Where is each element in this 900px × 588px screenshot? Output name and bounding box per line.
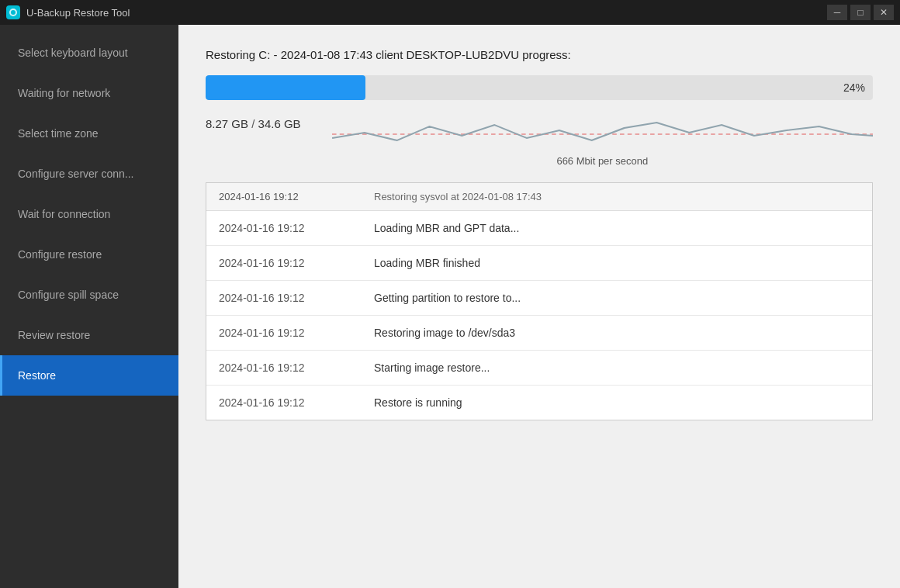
app-icon [6,5,20,19]
main-layout: Select keyboard layout Waiting for netwo… [0,25,900,588]
restore-title: Restoring C: - 2024-01-08 17:43 client D… [206,48,873,61]
sidebar-item-select-timezone[interactable]: Select time zone [0,113,178,154]
svg-point-1 [11,10,16,15]
log-timestamp: 2024-01-16 19:12 [206,351,362,386]
sidebar: Select keyboard layout Waiting for netwo… [0,25,178,588]
speed-label: 666 Mbit per second [556,155,648,167]
size-used: 8.27 GB [206,117,248,130]
log-header-timestamp: 2024-01-16 19:12 [206,183,362,211]
log-message: Loading MBR finished [362,246,872,281]
log-row: 2024-01-16 19:12Getting partition to res… [206,281,872,316]
log-container: 2024-01-16 19:12 Restoring sysvol at 202… [206,182,873,420]
close-button[interactable]: ✕ [874,5,894,20]
log-scroll[interactable]: 2024-01-16 19:12 Restoring sysvol at 202… [206,183,872,420]
log-row: 2024-01-16 19:12Loading MBR finished [206,246,872,281]
log-message: Restoring image to /dev/sda3 [362,316,872,351]
log-message: Loading MBR and GPT data... [362,211,872,246]
content-area: Restoring C: - 2024-01-08 17:43 client D… [178,25,900,588]
sidebar-item-configure-spill[interactable]: Configure spill space [0,275,178,315]
sidebar-item-restore[interactable]: Restore [0,355,178,396]
log-row: 2024-01-16 19:12Restoring image to /dev/… [206,316,872,351]
log-timestamp: 2024-01-16 19:12 [206,246,362,281]
size-total: 34.6 GB [258,117,301,130]
sidebar-item-waiting-network[interactable]: Waiting for network [0,73,178,113]
stats-row: 8.27 GB / 34.6 GB 666 Mbit per second [206,111,873,167]
log-header-message: Restoring sysvol at 2024-01-08 17:43 [362,183,872,211]
log-timestamp: 2024-01-16 19:12 [206,386,362,420]
size-separator: / [251,117,258,130]
log-timestamp: 2024-01-16 19:12 [206,211,362,246]
log-message: Getting partition to restore to... [362,281,872,316]
sidebar-item-wait-connection[interactable]: Wait for connection [0,194,178,234]
log-timestamp: 2024-01-16 19:12 [206,316,362,351]
log-message: Starting image restore... [362,351,872,386]
sidebar-item-configure-server[interactable]: Configure server conn... [0,154,178,194]
minimize-button[interactable]: ─ [827,5,847,20]
maximize-button[interactable]: □ [850,5,871,20]
log-table: 2024-01-16 19:12 Restoring sysvol at 202… [206,183,872,420]
log-header-row: 2024-01-16 19:12 Restoring sysvol at 202… [206,183,872,211]
window-title: U-Backup Restore Tool [26,7,130,19]
log-message: Restore is running [362,386,872,420]
log-row: 2024-01-16 19:12Loading MBR and GPT data… [206,211,872,246]
title-bar-left: U-Backup Restore Tool [6,5,130,19]
sidebar-item-review-restore[interactable]: Review restore [0,315,178,355]
speed-chart [332,111,873,154]
speed-chart-container: 666 Mbit per second [332,111,873,167]
progress-bar-fill [206,75,365,100]
window-controls: ─ □ ✕ [827,5,894,20]
sidebar-item-select-keyboard[interactable]: Select keyboard layout [0,33,178,73]
progress-percent-label: 24% [843,81,865,94]
log-row: 2024-01-16 19:12Restore is running [206,386,872,420]
log-row: 2024-01-16 19:12Starting image restore..… [206,351,872,386]
log-timestamp: 2024-01-16 19:12 [206,281,362,316]
title-bar: U-Backup Restore Tool ─ □ ✕ [0,0,900,25]
sidebar-item-configure-restore[interactable]: Configure restore [0,234,178,275]
size-info: 8.27 GB / 34.6 GB [206,111,301,130]
progress-bar-container: 24% [206,75,873,100]
